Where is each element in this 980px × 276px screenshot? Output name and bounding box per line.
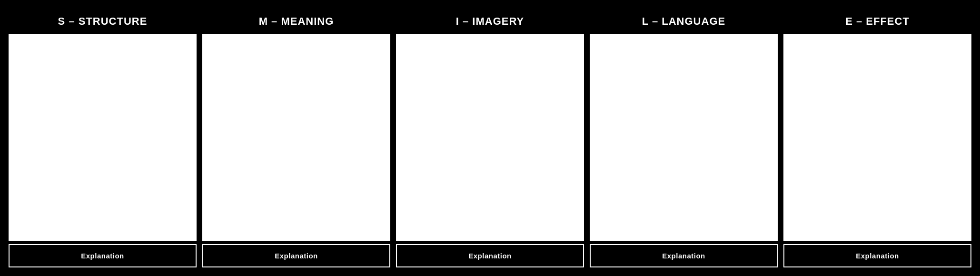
explanation-label-imagery: Explanation [401,252,579,260]
column-meaning: M – MEANINGExplanation [202,9,390,267]
image-box-imagery [396,34,584,241]
image-box-meaning [202,34,390,241]
column-structure: S – STRUCTUREExplanation [9,9,197,267]
image-box-effect [783,34,971,241]
explanation-box-effect: Explanation [783,244,971,267]
explanation-box-language: Explanation [590,244,778,267]
column-effect: E – EFFECTExplanation [783,9,971,267]
explanation-box-structure: Explanation [9,244,197,267]
column-language: L – LANGUAGEExplanation [590,9,778,267]
explanation-box-imagery: Explanation [396,244,584,267]
header-meaning: M – MEANING [202,9,390,34]
explanation-label-structure: Explanation [13,252,192,260]
header-language: L – LANGUAGE [590,9,778,34]
explanation-label-effect: Explanation [788,252,967,260]
image-box-structure [9,34,197,241]
header-effect: E – EFFECT [783,9,971,34]
header-imagery: I – IMAGERY [396,9,584,34]
header-structure: S – STRUCTURE [9,9,197,34]
column-imagery: I – IMAGERYExplanation [396,9,584,267]
explanation-box-meaning: Explanation [202,244,390,267]
explanation-label-language: Explanation [594,252,773,260]
main-container: S – STRUCTUREExplanationM – MEANINGExpla… [0,0,980,276]
explanation-label-meaning: Explanation [207,252,386,260]
image-box-language [590,34,778,241]
